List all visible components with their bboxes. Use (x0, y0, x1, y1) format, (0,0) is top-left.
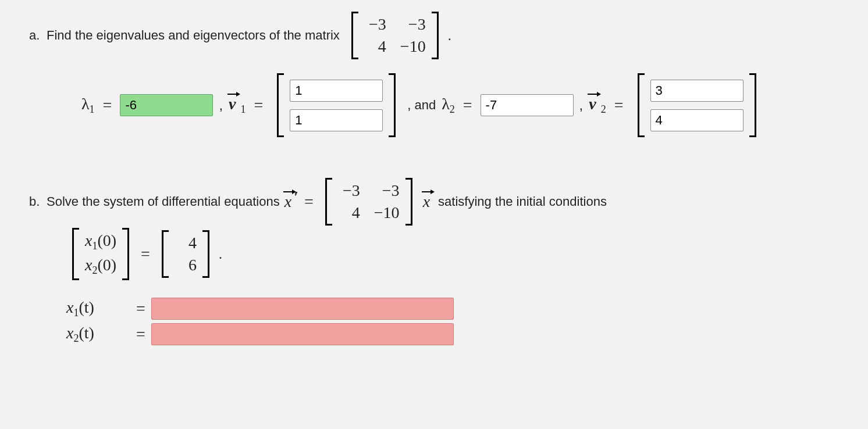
matrix-b-r1c1: −3 (338, 181, 360, 200)
part-b-matrix: −3 −3 4 −10 (323, 178, 415, 226)
part-b-prompt-row: b. Solve the system of differential equa… (29, 178, 839, 226)
x2t-row: x2(t) = (66, 323, 839, 345)
matrix-a-r1c1: −3 (364, 15, 386, 34)
ic-period: . (219, 246, 222, 262)
equals-x2t: = (136, 325, 145, 344)
initial-conditions-row: x1(0) x2(0) = 4 6 . (29, 228, 839, 280)
equals-3: = (463, 96, 472, 115)
lambda1-label: λ1 (81, 95, 95, 116)
x-vec: x (423, 192, 430, 211)
v1-vector (275, 73, 398, 137)
part-a-letter: a. (29, 28, 47, 43)
matrix-a-r2c1: 4 (364, 37, 386, 56)
ic-6: 6 (175, 256, 197, 274)
matrix-b-r2c1: 4 (338, 203, 360, 222)
solution-inputs: x1(t) = x2(t) = (29, 298, 839, 345)
lambda1-input[interactable] (120, 94, 213, 116)
eigen-answers-row: λ1 = , v1 = , and λ2 = , v2 = (29, 73, 839, 137)
x1t-input[interactable] (151, 298, 454, 320)
lambda2-label: λ2 (442, 95, 455, 116)
matrix-b-r2c2: −10 (374, 203, 400, 222)
part-b-letter: b. (29, 194, 47, 209)
v1-top-input[interactable] (290, 80, 383, 102)
equals-1: = (103, 96, 112, 115)
ic-x1-0: x1(0) (85, 231, 116, 252)
x2t-label: x2(t) (66, 324, 130, 345)
lambda2-input[interactable] (481, 94, 574, 116)
matrix-a-r1c2: −3 (400, 15, 426, 34)
part-a-prompt: Find the eigenvalues and eigenvectors of… (47, 28, 340, 43)
part-b-prompt-before: Solve the system of differential equatio… (47, 194, 280, 209)
part-a-prompt-row: a. Find the eigenvalues and eigenvectors… (29, 12, 839, 59)
v1-label: v1 (229, 95, 246, 116)
comma-1: , (219, 97, 223, 113)
x-prime: x′ (284, 192, 298, 211)
matrix-b-r1c2: −3 (374, 181, 400, 200)
ic-4: 4 (175, 234, 197, 252)
problem-page: a. Find the eigenvalues and eigenvectors… (0, 0, 868, 429)
matrix-a-r2c2: −10 (400, 37, 426, 56)
part-a-period: . (448, 28, 451, 44)
equals-2: = (254, 96, 263, 115)
equals-ic: = (141, 245, 150, 263)
x2t-input[interactable] (151, 323, 454, 345)
x1t-row: x1(t) = (66, 298, 839, 320)
comma-2: , (579, 97, 584, 113)
equals-x1t: = (136, 299, 145, 318)
v1-bottom-input[interactable] (290, 109, 383, 131)
v2-label: v2 (589, 95, 606, 116)
equals-4: = (614, 96, 624, 115)
v2-top-input[interactable] (650, 80, 744, 102)
v2-vector (635, 73, 759, 137)
and-text: , and (407, 98, 436, 113)
ic-left-vector: x1(0) x2(0) (70, 228, 131, 280)
x1t-label: x1(t) (66, 298, 130, 319)
v2-bottom-input[interactable] (650, 109, 744, 131)
part-a-matrix: −3 −3 4 −10 (349, 12, 441, 59)
ic-x2-0: x2(0) (85, 256, 116, 277)
part-b-prompt-after: satisfying the initial conditions (438, 194, 607, 209)
ic-right-vector: 4 6 (159, 230, 212, 278)
equals-b1: = (304, 192, 314, 211)
